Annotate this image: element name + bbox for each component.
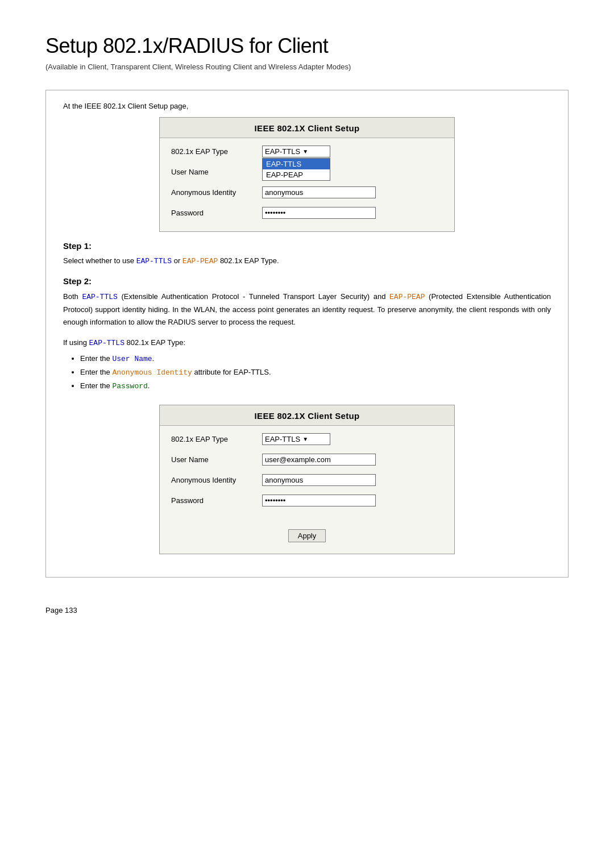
eap-type-field-2[interactable]: EAP-TTLS ▼ [262,433,443,445]
bullet1-after: . [152,354,155,363]
username-row-2: User Name [171,452,443,468]
bullet1-link[interactable]: User Name [112,355,152,363]
if-using-after: 802.1x EAP Type: [125,338,185,347]
client-setup-table-2: IEEE 802.1X Client Setup 802.1x EAP Type… [159,405,455,554]
if-using-text: If using EAP-TTLS 802.1x EAP Type: [63,338,551,347]
step2-ttls-full: (Extensible Authentication Protocol - Tu… [118,292,389,301]
bullet-item-1: Enter the User Name. [80,352,551,366]
anon-row-1: Anonymous Identity [171,185,443,201]
client-setup-table-1: IEEE 802.1X Client Setup 802.1x EAP Type… [159,117,455,232]
main-content-box: At the IEEE 802.1x Client Setup page, IE… [45,90,569,578]
page-number: Page 133 [45,606,569,614]
if-using-eap-link[interactable]: EAP-TTLS [89,339,125,347]
bullet1-before: Enter the [80,354,112,363]
bullet-list: Enter the User Name. Enter the Anonymous… [80,352,551,393]
eap-dropdown-value-2: EAP-TTLS [265,435,300,443]
password-input-1[interactable] [262,207,376,219]
step2-eap-peap[interactable]: EAP-PEAP [389,293,425,301]
eap-type-field-1[interactable]: EAP-TTLS ▼ EAP-TTLS EAP-PEAP [262,146,443,157]
eap-type-label-2: 802.1x EAP Type [171,435,262,443]
anon-row-2: Anonymous Identity [171,472,443,488]
bullet2-before: Enter the [80,368,112,376]
password-row-2: Password [171,493,443,509]
bullet3-link[interactable]: Password [112,382,147,391]
eap-dropdown-value-1: EAP-TTLS [265,147,300,156]
intro-text: At the IEEE 802.1x Client Setup page, [63,102,551,110]
anon-input-2[interactable] [262,474,376,486]
step1-text-before: Select whether to use [63,256,136,265]
eap-option-ttls-1[interactable]: EAP-TTLS [263,159,330,169]
step2-both: Both [63,292,82,301]
page-title: Setup 802.1x/RADIUS for Client [45,34,569,58]
step2-text: Both EAP-TTLS (Extensible Authentication… [63,290,551,329]
apply-button[interactable]: Apply [288,529,326,542]
username-label-2: User Name [171,455,262,464]
eap-dropdown-1[interactable]: EAP-TTLS ▼ [262,146,330,157]
bullet2-after: attribute for EAP-TTLS. [192,368,271,376]
setup-form-2: 802.1x EAP Type EAP-TTLS ▼ User Name Ano… [160,426,454,519]
step1-eap-ttls-link[interactable]: EAP-TTLS [136,257,172,265]
anon-label-1: Anonymous Identity [171,188,262,197]
username-field-2 [262,454,443,466]
bullet3-before: Enter the [80,381,112,390]
page-subtitle: (Available in Client, Transparent Client… [45,61,569,73]
password-label-1: Password [171,209,262,217]
client-setup-title-1: IEEE 802.1X Client Setup [160,118,454,138]
setup-form-1: 802.1x EAP Type EAP-TTLS ▼ EAP-TTLS EAP-… [160,138,454,231]
eap-dropdown-open-1[interactable]: EAP-TTLS EAP-PEAP [262,158,330,181]
eap-type-row-1: 802.1x EAP Type EAP-TTLS ▼ EAP-TTLS EAP-… [171,144,443,160]
password-field-2 [262,495,443,506]
password-row-1: Password [171,205,443,221]
step1-eap-peap-link[interactable]: EAP-PEAP [182,257,218,265]
bullet-item-3: Enter the Password. [80,379,551,393]
step1-or: or [172,256,182,265]
eap-type-row-2: 802.1x EAP Type EAP-TTLS ▼ [171,431,443,447]
step1-text-after: 802.1x EAP Type. [218,256,279,265]
anon-label-2: Anonymous Identity [171,476,262,484]
eap-type-label-1: 802.1x EAP Type [171,147,262,156]
step1-text: Select whether to use EAP-TTLS or EAP-PE… [63,255,551,268]
password-input-2[interactable] [262,495,376,506]
eap-option-peap-1[interactable]: EAP-PEAP [263,169,330,180]
bullet3-after: . [148,381,150,390]
apply-btn-container: Apply [160,519,454,554]
dropdown-arrow-2: ▼ [302,436,308,442]
step2-eap-ttls[interactable]: EAP-TTLS [82,293,117,301]
bullet2-link[interactable]: Anonymous Identity [112,368,192,377]
anon-field-2 [262,474,443,486]
if-using-before: If using [63,338,89,347]
anon-input-1[interactable] [262,186,376,198]
step1-heading: Step 1: [63,241,551,251]
step2-heading: Step 2: [63,276,551,286]
anon-field-1 [262,186,443,198]
bullet-item-2: Enter the Anonymous Identity attribute f… [80,366,551,379]
dropdown-arrow-1: ▼ [302,148,308,155]
username-input-2[interactable] [262,454,376,466]
client-setup-title-2: IEEE 802.1X Client Setup [160,405,454,426]
username-label-1: User Name [171,168,262,176]
password-label-2: Password [171,496,262,505]
eap-dropdown-2[interactable]: EAP-TTLS ▼ [262,433,330,445]
password-field-1 [262,207,443,219]
